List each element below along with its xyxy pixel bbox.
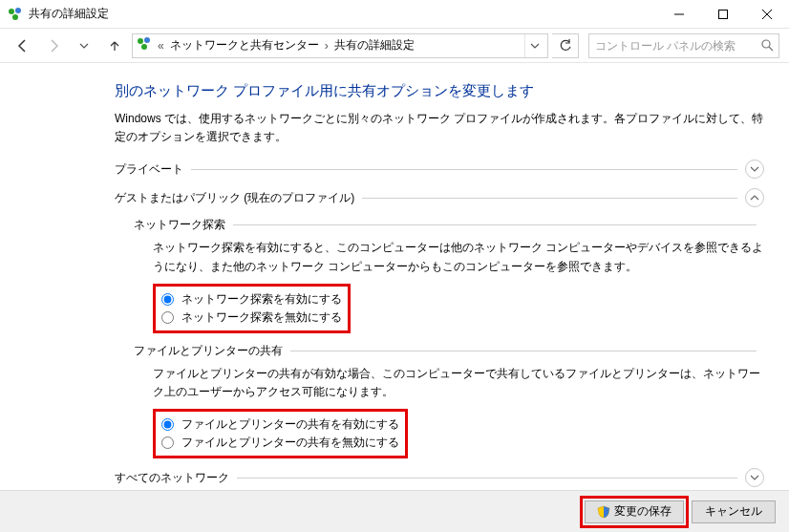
chevron-up-icon[interactable]: [745, 188, 764, 207]
section-divider: [191, 169, 737, 170]
svg-line-5: [762, 10, 772, 19]
svg-point-9: [141, 44, 147, 50]
discovery-description: ネットワーク探索を有効にすると、このコンピューターは他のネットワーク コンピュー…: [153, 239, 764, 275]
section-divider: [290, 351, 757, 351]
radio-input[interactable]: [161, 418, 174, 431]
discovery-off-radio[interactable]: ネットワーク探索を無効にする: [161, 309, 342, 327]
save-button-label: 変更の保存: [614, 503, 672, 520]
breadcrumb-sep-icon: «: [158, 39, 164, 53]
breadcrumb-seg-1[interactable]: ネットワークと共有センター: [170, 37, 319, 53]
subsection-fileshare-label: ファイルとプリンターの共有: [134, 343, 283, 359]
svg-line-11: [769, 47, 773, 51]
discovery-on-radio[interactable]: ネットワーク探索を有効にする: [161, 290, 342, 309]
cancel-button-label: キャンセル: [705, 503, 762, 520]
search-icon[interactable]: [759, 39, 775, 52]
subsection-fileshare: ファイルとプリンターの共有: [134, 343, 764, 359]
section-all-networks[interactable]: すべてのネットワーク: [115, 468, 764, 487]
page-heading: 別のネットワーク プロファイル用に共有オプションを変更します: [115, 82, 764, 100]
radio-label: ファイルとプリンターの共有を無効にする: [181, 435, 399, 451]
close-button[interactable]: [745, 0, 789, 29]
section-all-label: すべてのネットワーク: [115, 470, 229, 486]
svg-point-2: [12, 14, 18, 20]
minimize-button[interactable]: [657, 0, 701, 29]
svg-line-6: [762, 10, 772, 19]
breadcrumb-chevron-icon: ›: [325, 39, 329, 53]
section-private-label: プライベート: [115, 161, 183, 178]
titlebar: 共有の詳細設定: [0, 0, 789, 29]
search-input[interactable]: [593, 38, 759, 53]
radio-input[interactable]: [161, 293, 174, 306]
navigation-bar: « ネットワークと共有センター › 共有の詳細設定: [0, 29, 789, 63]
section-guest-label: ゲストまたはパブリック (現在のプロファイル): [115, 190, 354, 206]
window-controls: [657, 0, 789, 29]
radio-label: ファイルとプリンターの共有を有効にする: [181, 416, 399, 433]
forward-button[interactable]: [40, 32, 67, 59]
svg-point-8: [144, 37, 150, 43]
section-guest[interactable]: ゲストまたはパブリック (現在のプロファイル): [115, 188, 764, 207]
chevron-down-icon[interactable]: [745, 160, 764, 179]
app-icon: [8, 7, 23, 22]
fileshare-on-radio[interactable]: ファイルとプリンターの共有を有効にする: [161, 415, 399, 434]
section-divider: [233, 224, 757, 225]
chevron-down-icon[interactable]: [745, 468, 764, 487]
address-icon: [137, 36, 152, 54]
section-divider: [237, 478, 737, 479]
subsection-discovery: ネットワーク探索: [134, 217, 764, 233]
cancel-button[interactable]: キャンセル: [692, 500, 776, 523]
section-divider: [362, 198, 737, 199]
svg-point-10: [762, 40, 770, 48]
back-button[interactable]: [10, 32, 36, 59]
content-area: 別のネットワーク プロファイル用に共有オプションを変更します Windows で…: [0, 63, 789, 490]
shield-icon: [597, 505, 610, 519]
svg-rect-4: [719, 10, 728, 18]
breadcrumb-seg-2[interactable]: 共有の詳細設定: [334, 37, 415, 53]
footer-bar: 変更の保存 キャンセル: [0, 490, 789, 532]
save-button[interactable]: 変更の保存: [585, 500, 684, 523]
up-button[interactable]: [101, 32, 128, 59]
window-title: 共有の詳細設定: [29, 6, 109, 22]
svg-point-1: [15, 8, 21, 13]
section-private[interactable]: プライベート: [115, 160, 764, 179]
address-bar[interactable]: « ネットワークと共有センター › 共有の詳細設定: [132, 33, 548, 58]
fileshare-description: ファイルとプリンターの共有が有効な場合、このコンピューターで共有しているファイル…: [153, 365, 764, 401]
radio-label: ネットワーク探索を有効にする: [181, 291, 342, 308]
fileshare-off-radio[interactable]: ファイルとプリンターの共有を無効にする: [161, 434, 399, 452]
address-dropdown-button[interactable]: [524, 34, 544, 57]
search-box[interactable]: [588, 33, 779, 58]
radio-input[interactable]: [161, 436, 174, 449]
recent-locations-button[interactable]: [71, 32, 97, 59]
maximize-button[interactable]: [701, 0, 745, 29]
discovery-radio-group: ネットワーク探索を有効にする ネットワーク探索を無効にする: [153, 284, 351, 333]
svg-point-0: [9, 9, 14, 14]
subsection-discovery-label: ネットワーク探索: [134, 217, 225, 233]
radio-input[interactable]: [161, 311, 174, 324]
page-description: Windows では、使用するネットワークごとに別々のネットワーク プロファイル…: [115, 110, 764, 146]
radio-label: ネットワーク探索を無効にする: [181, 309, 342, 326]
refresh-button[interactable]: [552, 33, 579, 58]
svg-point-7: [138, 38, 143, 44]
fileshare-radio-group: ファイルとプリンターの共有を有効にする ファイルとプリンターの共有を無効にする: [153, 409, 408, 458]
